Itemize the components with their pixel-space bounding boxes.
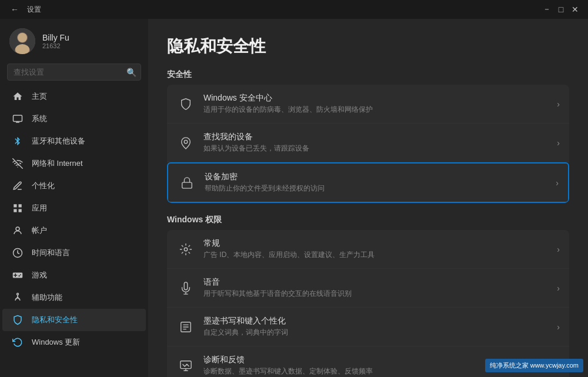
svg-rect-5 bbox=[14, 115, 22, 122]
search-box: 🔍 bbox=[7, 64, 141, 81]
avatar bbox=[9, 28, 35, 54]
accounts-icon bbox=[12, 225, 24, 236]
svg-point-15 bbox=[184, 140, 188, 144]
sidebar-item-accessibility[interactable]: 辅助功能 bbox=[2, 286, 146, 309]
svg-point-3 bbox=[18, 33, 27, 42]
chevron-icon-2: › bbox=[557, 138, 560, 148]
settings-item-general-text: 常规 广告 ID、本地内容、应用启动、设置建议、生产力工具 bbox=[203, 238, 552, 260]
sidebar-item-bluetooth-label: 蓝牙和其他设备 bbox=[32, 136, 85, 146]
title-bar: ← 设置 － □ ✕ bbox=[0, 0, 588, 19]
section-title-security: 安全性 bbox=[167, 69, 569, 80]
settings-item-speech-text: 语音 用于听写和其他基于语音的交互的在线语音识别 bbox=[203, 277, 552, 299]
settings-item-general-desc: 广告 ID、本地内容、应用启动、设置建议、生产力工具 bbox=[203, 250, 552, 260]
sidebar-item-gaming-label: 游戏 bbox=[32, 270, 47, 281]
title-bar-title: 设置 bbox=[27, 5, 41, 15]
settings-item-device-encryption-desc: 帮助防止你的文件受到未经授权的访问 bbox=[205, 184, 551, 193]
settings-item-windows-security-title: Windows 安全中心 bbox=[203, 93, 552, 104]
permissions-section: Windows 权限 常规 广告 ID、本地内容、应用启动、设置建议、生产力工具… bbox=[167, 215, 569, 377]
maximize-button[interactable]: □ bbox=[555, 5, 567, 14]
user-info: Billy Fu 21632 bbox=[42, 33, 69, 49]
privacy-icon bbox=[12, 314, 24, 326]
settings-item-windows-security[interactable]: Windows 安全中心 适用于你的设备的防病毒、浏览器、防火墙和网络保护 › bbox=[167, 85, 569, 124]
settings-item-inking-text: 墨迹书写和键入个性化 自定义词典，词典中的字词 bbox=[203, 316, 552, 338]
settings-item-windows-security-desc: 适用于你的设备的防病毒、浏览器、防火墙和网络保护 bbox=[203, 105, 552, 115]
svg-point-17 bbox=[184, 248, 188, 251]
sidebar-item-time[interactable]: 时间和语言 bbox=[2, 242, 146, 264]
svg-point-14 bbox=[17, 293, 19, 295]
watermark: 纯净系统之家 www.ycwjay.com bbox=[485, 359, 583, 372]
sidebar-item-network-label: 网络和 Internet bbox=[32, 158, 83, 169]
settings-item-speech[interactable]: 语音 用于听写和其他基于语音的交互的在线语音识别 › bbox=[167, 269, 569, 308]
title-bar-controls: － □ ✕ bbox=[541, 5, 581, 14]
find-device-icon bbox=[176, 134, 195, 152]
sidebar-item-apps[interactable]: 应用 bbox=[2, 197, 146, 219]
permissions-group: 常规 广告 ID、本地内容、应用启动、设置建议、生产力工具 › 语音 用于听写和… bbox=[167, 230, 569, 377]
settings-item-find-device[interactable]: 查找我的设备 如果认为设备已丢失，请跟踪设备 › bbox=[167, 124, 569, 162]
sidebar-item-gaming[interactable]: 游戏 bbox=[2, 264, 146, 286]
settings-item-device-encryption-text: 设备加密 帮助防止你的文件受到未经授权的访问 bbox=[205, 172, 551, 193]
gaming-icon bbox=[12, 269, 24, 281]
watermark-text: 纯净系统之家 www.ycwjay.com bbox=[490, 362, 579, 369]
settings-item-inking-title: 墨迹书写和键入个性化 bbox=[203, 316, 552, 326]
sidebar-item-personalization-label: 个性化 bbox=[32, 181, 55, 191]
settings-item-find-device-title: 查找我的设备 bbox=[203, 132, 552, 142]
sidebar-item-windows-update-label: Windows 更新 bbox=[32, 337, 80, 348]
general-icon bbox=[176, 240, 195, 259]
search-input[interactable] bbox=[7, 64, 141, 81]
content-area: 隐私和安全性 安全性 Windows 安全中心 适用于你的设备的防病毒、浏览器、… bbox=[148, 19, 588, 377]
sidebar: Billy Fu 21632 🔍 主页 系统 bbox=[0, 19, 148, 377]
sidebar-item-privacy[interactable]: 隐私和安全性 bbox=[2, 309, 146, 331]
home-icon bbox=[12, 91, 24, 102]
svg-rect-11 bbox=[19, 209, 22, 212]
accessibility-icon bbox=[12, 292, 24, 303]
chevron-icon-5: › bbox=[557, 283, 560, 293]
chevron-icon-4: › bbox=[557, 245, 560, 254]
settings-item-speech-title: 语音 bbox=[203, 277, 552, 288]
minimize-button[interactable]: － bbox=[541, 5, 553, 14]
personalization-icon bbox=[12, 180, 24, 192]
network-icon bbox=[12, 158, 24, 169]
chevron-icon-6: › bbox=[557, 322, 560, 332]
windows-security-icon bbox=[176, 95, 195, 114]
back-icon[interactable]: ← bbox=[7, 5, 22, 14]
inking-icon bbox=[176, 318, 195, 336]
sidebar-nav: 主页 系统 蓝牙和其他设备 网络和 Internet bbox=[0, 85, 148, 353]
search-icon[interactable]: 🔍 bbox=[126, 68, 136, 77]
system-icon bbox=[12, 113, 24, 125]
settings-item-device-encryption-title: 设备加密 bbox=[205, 172, 551, 182]
settings-item-inking-desc: 自定义词典，词典中的字词 bbox=[203, 328, 552, 338]
close-button[interactable]: ✕ bbox=[569, 5, 581, 14]
user-profile[interactable]: Billy Fu 21632 bbox=[0, 19, 148, 61]
page-title: 隐私和安全性 bbox=[167, 35, 569, 58]
apps-icon bbox=[12, 202, 24, 214]
app-container: Billy Fu 21632 🔍 主页 系统 bbox=[0, 19, 588, 377]
settings-item-device-encryption[interactable]: 设备加密 帮助防止你的文件受到未经授权的访问 › bbox=[167, 162, 569, 203]
sidebar-item-windows-update[interactable]: Windows 更新 bbox=[2, 331, 146, 353]
sidebar-item-personalization[interactable]: 个性化 bbox=[2, 175, 146, 197]
windows-update-icon bbox=[12, 336, 24, 348]
user-name: Billy Fu bbox=[42, 33, 69, 42]
sidebar-item-bluetooth[interactable]: 蓝牙和其他设备 bbox=[2, 130, 146, 152]
sidebar-item-privacy-label: 隐私和安全性 bbox=[32, 315, 78, 325]
sidebar-item-home-label: 主页 bbox=[32, 91, 47, 102]
sidebar-item-home[interactable]: 主页 bbox=[2, 85, 146, 108]
bluetooth-icon bbox=[12, 135, 24, 147]
svg-rect-8 bbox=[14, 204, 16, 207]
settings-item-windows-security-text: Windows 安全中心 适用于你的设备的防病毒、浏览器、防火墙和网络保护 bbox=[203, 93, 552, 115]
sidebar-item-system[interactable]: 系统 bbox=[2, 108, 146, 130]
sidebar-item-accounts[interactable]: 帐户 bbox=[2, 219, 146, 242]
security-group: Windows 安全中心 适用于你的设备的防病毒、浏览器、防火墙和网络保护 › … bbox=[167, 85, 569, 203]
sidebar-item-system-label: 系统 bbox=[32, 114, 47, 124]
diagnostics-icon bbox=[176, 356, 195, 375]
speech-icon bbox=[176, 279, 195, 298]
settings-item-general[interactable]: 常规 广告 ID、本地内容、应用启动、设置建议、生产力工具 › bbox=[167, 230, 569, 269]
settings-item-inking[interactable]: 墨迹书写和键入个性化 自定义词典，词典中的字词 › bbox=[167, 308, 569, 346]
sidebar-item-network[interactable]: 网络和 Internet bbox=[2, 152, 146, 175]
chevron-icon: › bbox=[557, 99, 560, 109]
sidebar-item-time-label: 时间和语言 bbox=[32, 248, 70, 258]
sidebar-item-accessibility-label: 辅助功能 bbox=[32, 292, 62, 303]
time-icon bbox=[12, 247, 24, 259]
settings-item-general-title: 常规 bbox=[203, 238, 552, 249]
settings-item-find-device-text: 查找我的设备 如果认为设备已丢失，请跟踪设备 bbox=[203, 132, 552, 154]
settings-item-speech-desc: 用于听写和其他基于语音的交互的在线语音识别 bbox=[203, 289, 552, 299]
